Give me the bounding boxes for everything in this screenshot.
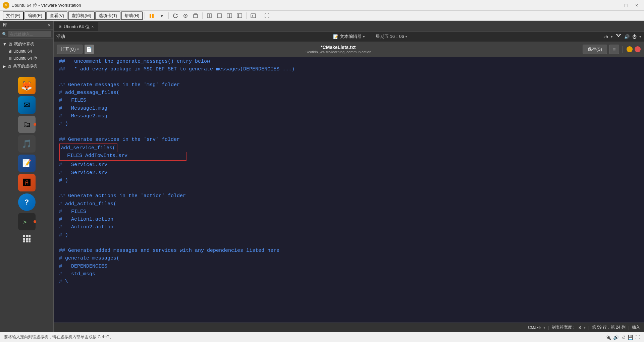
view-btn1[interactable] bbox=[205, 11, 214, 20]
status-sep-pipe-2: | bbox=[588, 325, 589, 330]
menu-view[interactable]: 查看(V) bbox=[46, 11, 67, 20]
computer-icon: 🖥 bbox=[8, 42, 13, 47]
tree-item-ubuntu64-1[interactable]: 🖥 Ubuntu 64 bbox=[0, 48, 53, 55]
revert-button[interactable] bbox=[171, 11, 180, 20]
firefox-icon[interactable]: 🦊 bbox=[18, 77, 36, 94]
pause-icon bbox=[149, 13, 154, 18]
snapshot-button[interactable] bbox=[181, 11, 190, 20]
code-line-12: # ) bbox=[54, 177, 644, 184]
code-line-11: # Service2.srv bbox=[54, 169, 644, 177]
status-sep-1: ▾ bbox=[543, 325, 545, 330]
editor-filepath-label: ~/catkin_ws/src/learning_communication bbox=[96, 50, 581, 54]
code-line-22: # std_msgs bbox=[54, 270, 644, 278]
code-line-1: ## uncomment the generate_messages() ent… bbox=[54, 58, 644, 65]
code-line-20: # generate_messages( bbox=[54, 254, 644, 262]
code-line-empty-4 bbox=[54, 239, 644, 247]
tree-item-mycomputer[interactable]: ▼ 🖥 我的计算机 bbox=[0, 40, 53, 48]
toolbar-separator-1 bbox=[145, 12, 145, 19]
tree-item-ubuntu64-2[interactable]: 🖥 Ubuntu 64 位 bbox=[0, 55, 53, 62]
tree-item-shared-vms[interactable]: ▶ 🖥 共享的虚拟机 bbox=[0, 62, 53, 70]
code-line-5: # FILES bbox=[54, 97, 644, 104]
minimize-editor-btn[interactable] bbox=[627, 46, 633, 52]
tab-width-value: 8 bbox=[579, 325, 581, 330]
help-icon[interactable]: ? bbox=[18, 193, 36, 211]
view-btn3[interactable] bbox=[225, 11, 234, 20]
rhythmbox-icon[interactable]: 🎵 bbox=[18, 135, 36, 153]
tab-width-label: 制表符宽度： bbox=[552, 325, 576, 330]
code-line-16: # Action1.action bbox=[54, 216, 644, 223]
chevron-right-icon: ▶ bbox=[3, 64, 6, 69]
app-name-area: 📝 文本编辑器 ▾ bbox=[333, 34, 365, 40]
thunderbird-icon[interactable]: ✉ bbox=[18, 96, 36, 114]
terminal-icon-dot bbox=[34, 220, 36, 223]
app-name-label: 文本编辑器 bbox=[340, 34, 362, 40]
snapshot2-icon bbox=[193, 13, 198, 18]
code-line-empty-2 bbox=[54, 128, 644, 135]
tray-arrow: ▾ bbox=[639, 35, 641, 39]
vmware-stretch-icon: ⛶ bbox=[635, 335, 640, 340]
sidebar-search-area: 🔍 bbox=[0, 30, 53, 39]
libreoffice-icon[interactable]: 📝 bbox=[18, 155, 36, 172]
sidebar-close-button[interactable]: × bbox=[48, 22, 51, 28]
close-editor-btn[interactable] bbox=[635, 46, 641, 52]
editor-menu-button[interactable]: ≡ bbox=[609, 45, 619, 54]
view-btn2[interactable] bbox=[215, 11, 224, 20]
editor-title-area: *CMakeLists.txt ~/catkin_ws/src/learning… bbox=[96, 45, 581, 54]
files-icon[interactable]: 🗂 bbox=[18, 116, 36, 133]
fullscreen-icon bbox=[264, 13, 270, 18]
right-content: 🖥 Ubuntu 64 位 × 活动 📝 文本编辑器 ▾ 星期五 16：06 ●… bbox=[54, 21, 644, 332]
minimize-button[interactable]: — bbox=[610, 2, 620, 9]
code-editor[interactable]: ## uncomment the generate_messages() ent… bbox=[54, 57, 644, 323]
maximize-button[interactable]: □ bbox=[621, 2, 631, 9]
menu-file[interactable]: 文件(F) bbox=[3, 11, 24, 20]
menu-tab[interactable]: 选项卡(T) bbox=[95, 11, 121, 20]
vmware-usb-icon: 🖨 bbox=[621, 335, 626, 340]
terminal-button[interactable] bbox=[249, 11, 258, 20]
close-button[interactable]: × bbox=[632, 2, 641, 9]
line-info: 第 59 行，第 24 列 bbox=[592, 325, 626, 330]
power-icon: ⏻ bbox=[632, 34, 637, 39]
save-button[interactable]: 保存(S) bbox=[583, 45, 607, 54]
status-sep-pipe-1: | bbox=[548, 325, 549, 330]
vmware-sound-icon: 🔊 bbox=[613, 335, 619, 340]
open-arrow-icon: ▾ bbox=[77, 47, 79, 51]
svg-rect-6 bbox=[207, 14, 209, 18]
selected-code-block-end: FILES AddTowInts.srv bbox=[59, 152, 186, 161]
open-button[interactable]: 打开(O) ▾ bbox=[57, 45, 83, 54]
window-controls: — □ × bbox=[610, 2, 641, 9]
snapshot2-button[interactable] bbox=[191, 11, 200, 20]
toolbar-group-misc bbox=[171, 11, 200, 20]
terminal-app-icon[interactable]: >_ bbox=[18, 213, 36, 230]
tab-ubuntu[interactable]: 🖥 Ubuntu 64 位 × bbox=[54, 22, 98, 31]
menu-vm[interactable]: 虚拟机(M) bbox=[68, 11, 95, 20]
app-menu-arrow: ▾ bbox=[363, 35, 365, 39]
toolbar-group-terminal bbox=[249, 11, 258, 20]
editor-status-bar: CMake ▾ | 制表符宽度： 8 ▾ | 第 59 行，第 24 列 | 插… bbox=[54, 323, 644, 332]
code-line-2: ## * add every package in MSG_DEP_SET to… bbox=[54, 65, 644, 73]
vmware-status-bar: 要将输入定向到该虚拟机，请在虚拟机内部单击或按 Ctrl+G。 🔌 🔊 🖨 💾 … bbox=[0, 332, 644, 342]
code-line-4: # add_message_files( bbox=[54, 89, 644, 97]
code-line-8: # ) bbox=[54, 120, 644, 128]
code-line-3: ## Generate messages in the 'msg' folder bbox=[54, 81, 644, 89]
view-btn4[interactable] bbox=[235, 11, 244, 20]
code-line-10: # Service1.srv bbox=[54, 161, 644, 169]
toolbar-btn-2[interactable]: ▼ bbox=[157, 11, 166, 20]
code-line-13: ## Generate actions in the 'action' fold… bbox=[54, 192, 644, 200]
main-area: 库 × 🔍 ▼ 🖥 我的计算机 🖥 Ubuntu 64 🖥 Ubuntu 64 … bbox=[0, 21, 644, 332]
fullscreen-button[interactable] bbox=[262, 11, 272, 20]
software-center-icon[interactable]: 🅰 bbox=[18, 174, 36, 191]
code-line-9: ## Generate services in the 'srv' folder bbox=[54, 136, 644, 144]
menu-edit[interactable]: 编辑(E) bbox=[24, 11, 46, 20]
tab-close-btn[interactable]: × bbox=[92, 24, 94, 29]
svg-rect-7 bbox=[210, 14, 211, 18]
svg-point-4 bbox=[185, 15, 186, 16]
svg-rect-0 bbox=[150, 14, 151, 18]
app-grid-button[interactable] bbox=[23, 232, 31, 245]
shared-icon: 🖥 bbox=[7, 64, 12, 69]
activities-button[interactable]: 活动 bbox=[56, 34, 65, 40]
file-icon-btn[interactable]: 📄 bbox=[85, 45, 94, 54]
editor-header-bar: 打开(O) ▾ 📄 *CMakeLists.txt ~/catkin_ws/sr… bbox=[54, 42, 644, 57]
pause-button[interactable] bbox=[147, 11, 156, 20]
menu-help[interactable]: 帮助(H) bbox=[121, 11, 143, 20]
sidebar-search-input[interactable] bbox=[8, 31, 51, 37]
